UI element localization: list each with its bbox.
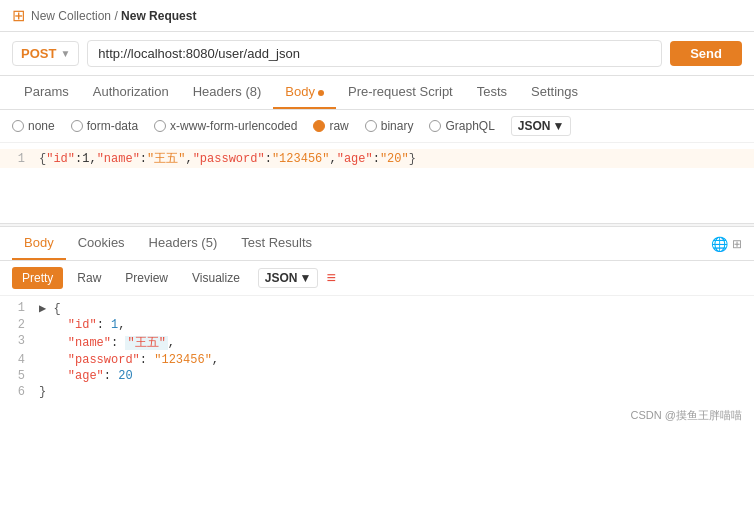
send-button[interactable]: Send xyxy=(670,41,742,66)
top-bar: ⊞ New Collection / New Request xyxy=(0,0,754,32)
method-select[interactable]: POST ▼ xyxy=(12,41,79,66)
resp-line-6: 6 } xyxy=(0,384,754,400)
resp-tab-cookies[interactable]: Cookies xyxy=(66,227,137,260)
json-format-selector[interactable]: JSON ▼ xyxy=(511,116,572,136)
line-number: 1 xyxy=(0,152,35,166)
code-line-1: 1 {"id":1,"name":"王五","password":"123456… xyxy=(0,149,754,168)
resp-line-3: 3 "name": "王五", xyxy=(0,333,754,352)
radio-urlencoded xyxy=(154,120,166,132)
breadcrumb: New Collection / New Request xyxy=(31,9,196,23)
body-type-graphql[interactable]: GraphQL xyxy=(429,119,494,133)
request-tabs: Params Authorization Headers (8) Body Pr… xyxy=(0,76,754,110)
response-header: Pretty Raw Preview Visualize JSON ▼ ≡ xyxy=(0,261,754,296)
resp-tab-headers[interactable]: Headers (5) xyxy=(137,227,230,260)
radio-none xyxy=(12,120,24,132)
collection-icon: ⊞ xyxy=(12,6,25,25)
globe-icon[interactable]: 🌐 xyxy=(711,236,728,252)
resp-tab-body[interactable]: Body xyxy=(12,227,66,260)
tab-headers[interactable]: Headers (8) xyxy=(181,76,274,109)
tab-pre-request[interactable]: Pre-request Script xyxy=(336,76,465,109)
resp-format-visualize[interactable]: Visualize xyxy=(182,267,250,289)
resp-json-selector[interactable]: JSON ▼ xyxy=(258,268,319,288)
chevron-down-icon: ▼ xyxy=(300,271,312,285)
body-type-form-data[interactable]: form-data xyxy=(71,119,138,133)
body-type-binary[interactable]: binary xyxy=(365,119,414,133)
url-input[interactable] xyxy=(87,40,662,67)
resp-format-raw[interactable]: Raw xyxy=(67,267,111,289)
tab-authorization[interactable]: Authorization xyxy=(81,76,181,109)
tab-settings[interactable]: Settings xyxy=(519,76,590,109)
body-type-bar: none form-data x-www-form-urlencoded raw… xyxy=(0,110,754,143)
resp-line-4: 4 "password": "123456", xyxy=(0,352,754,368)
radio-graphql xyxy=(429,120,441,132)
expand-icon[interactable]: ⊞ xyxy=(732,237,742,251)
body-type-raw[interactable]: raw xyxy=(313,119,348,133)
resp-format-preview[interactable]: Preview xyxy=(115,267,178,289)
tab-params[interactable]: Params xyxy=(12,76,81,109)
code-content: {"id":1,"name":"王五","password":"123456",… xyxy=(35,150,754,167)
chevron-down-icon: ▼ xyxy=(60,48,70,59)
chevron-down-icon: ▼ xyxy=(553,119,565,133)
radio-binary xyxy=(365,120,377,132)
tab-body[interactable]: Body xyxy=(273,76,336,109)
response-area: Body Cookies Headers (5) Test Results 🌐 … xyxy=(0,227,754,404)
body-dot xyxy=(318,90,324,96)
breadcrumb-separator: / xyxy=(114,9,117,23)
resp-format-pretty[interactable]: Pretty xyxy=(12,267,63,289)
filter-icon[interactable]: ≡ xyxy=(326,269,335,287)
resp-line-5: 5 "age": 20 xyxy=(0,368,754,384)
request-code-editor[interactable]: 1 {"id":1,"name":"王五","password":"123456… xyxy=(0,143,754,223)
resp-tab-test-results[interactable]: Test Results xyxy=(229,227,324,260)
breadcrumb-collection[interactable]: New Collection xyxy=(31,9,111,23)
method-label: POST xyxy=(21,46,56,61)
body-type-urlencoded[interactable]: x-www-form-urlencoded xyxy=(154,119,297,133)
resp-format-tabs: Pretty Raw Preview Visualize xyxy=(12,267,250,289)
footer: CSDN @摸鱼王胖喵喵 xyxy=(0,404,754,427)
response-code-area: 1 ▶ { 2 "id": 1, 3 "name": "王五", 4 "pass… xyxy=(0,296,754,404)
footer-text: CSDN @摸鱼王胖喵喵 xyxy=(631,408,742,423)
radio-form-data xyxy=(71,120,83,132)
tab-tests[interactable]: Tests xyxy=(465,76,519,109)
response-tabs: Body Cookies Headers (5) Test Results 🌐 … xyxy=(0,227,754,261)
resp-line-1: 1 ▶ { xyxy=(0,300,754,317)
breadcrumb-request[interactable]: New Request xyxy=(121,9,196,23)
radio-raw xyxy=(313,120,325,132)
url-bar: POST ▼ Send xyxy=(0,32,754,76)
body-type-none[interactable]: none xyxy=(12,119,55,133)
resp-line-2: 2 "id": 1, xyxy=(0,317,754,333)
